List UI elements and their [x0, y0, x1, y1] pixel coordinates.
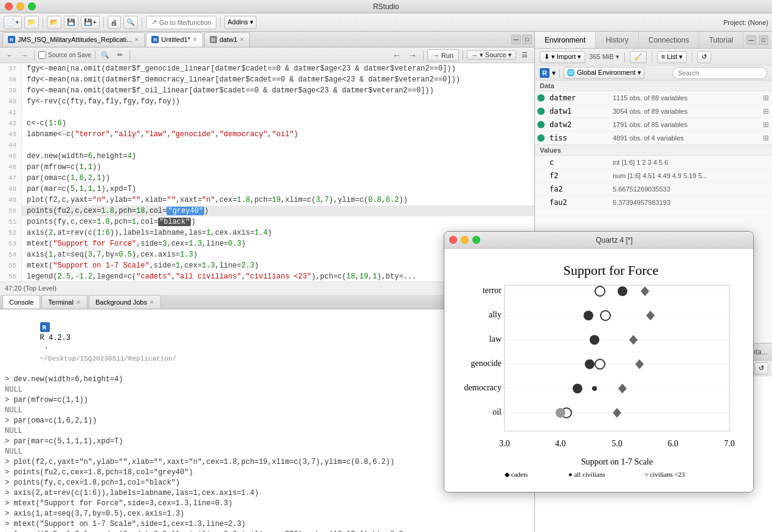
save-btn[interactable]: 💾 [64, 16, 78, 29]
env-sep-1 [624, 52, 625, 62]
broom-btn[interactable]: 🧹 [630, 51, 647, 63]
open-btn[interactable]: 📂 [47, 16, 61, 29]
env-item-datw1[interactable]: datw1 3054 obs. of 89 variables ⊞ [535, 105, 772, 118]
source-label: ▾ Source ▾ [480, 51, 512, 59]
x-tick-7: 7.0 [724, 439, 735, 448]
print-btn[interactable]: 🖨 [108, 16, 121, 29]
go-to-file-btn[interactable]: ↗ Go to file/function [146, 16, 217, 29]
datw2-name: datw2 [547, 120, 608, 129]
background-jobs-label: Background Jobs [95, 299, 147, 306]
editor-toolbar: ← → Source on Save 🔍 ✏ ← → → Run → ▾ Sou… [0, 47, 534, 63]
plot-min-btn[interactable] [461, 236, 469, 244]
tab-close-2[interactable]: ✕ [240, 36, 244, 43]
refresh-files-btn[interactable]: ↺ [754, 362, 768, 375]
env-item-tiss[interactable]: tiss 4891 obs. of 4 variables ⊞ [535, 131, 772, 145]
datw1-grid-btn[interactable]: ⊞ [760, 107, 772, 116]
sep-2 [95, 50, 95, 60]
data-section-title: Data [535, 80, 772, 91]
r-version-text: R 4.2.3 [40, 334, 71, 342]
plot-close-btn[interactable] [449, 236, 457, 244]
r-toolbar: R ▾ 🌐 Global Environment ▾ [535, 66, 772, 80]
r-dropdown-arrow[interactable]: ▾ [552, 69, 556, 77]
env-search-input[interactable] [672, 67, 767, 79]
env-tab-connections[interactable]: Connections [639, 32, 700, 48]
datmer-name: datmer [547, 94, 608, 102]
tab-shrink-btn[interactable]: — [511, 35, 521, 44]
tiss-value: 4891 obs. of 4 variables [608, 134, 760, 142]
save-all-btn[interactable]: 💾+ [81, 16, 99, 29]
search-btn[interactable]: 🔍 [99, 49, 111, 61]
toolbar-sep-4 [220, 17, 221, 28]
app-title: RStudio [373, 2, 399, 11]
maximize-button[interactable] [28, 2, 36, 10]
env-item-fa2[interactable]: fa2 5.66751269035533 [535, 182, 772, 196]
env-tab-environment[interactable]: Environment [535, 32, 596, 48]
new-project-btn[interactable]: 📁 [24, 16, 39, 29]
plot-traffic-lights[interactable] [449, 236, 480, 244]
next-btn[interactable]: → [406, 49, 419, 61]
settings-btn[interactable]: ☰ [519, 49, 531, 61]
addins-btn[interactable]: Addins ▾ [224, 16, 257, 29]
datmer-icon [537, 94, 545, 102]
env-item-datw2[interactable]: datw2 1791 obs. of 85 variables ⊞ [535, 118, 772, 131]
redo-btn[interactable]: → [18, 49, 30, 61]
terminal-tab-close[interactable]: ✕ [76, 299, 81, 305]
editor-tab-0[interactable]: R JMS_ISQ_MilitaryAttitudes_Replicati...… [2, 32, 145, 47]
run-btn[interactable]: → Run [427, 49, 459, 61]
minimize-button[interactable] [16, 2, 24, 10]
global-env-dropdown[interactable]: 🌐 Global Environment ▾ [563, 67, 644, 79]
tab-close-0[interactable]: ✕ [134, 36, 139, 43]
tiss-name: tiss [547, 134, 608, 142]
plot-window: Quartz 4 [*] Support for Force oil democ… [444, 231, 754, 492]
import-btn[interactable]: ⬇ ▾ Import ▾ [540, 51, 585, 63]
tab-expand-btn[interactable]: □ [522, 35, 532, 44]
env-item-c[interactable]: c int [1:6] 1 2 3 4 5 6 [535, 156, 772, 169]
editor-tab-2[interactable]: D datw1 ✕ [204, 32, 250, 47]
tab-close-1[interactable]: ✕ [193, 36, 198, 43]
x-tick-6: 6.0 [667, 439, 678, 448]
tiss-grid-btn[interactable]: ⊞ [760, 134, 772, 142]
terminal-tab[interactable]: Terminal ✕ [41, 295, 88, 308]
env-item-fau2[interactable]: fau2 6.37394957983193 [535, 196, 772, 209]
import-icon: ⬇ [544, 53, 550, 61]
datw2-grid-btn[interactable]: ⊞ [760, 120, 772, 129]
new-file-btn[interactable]: 📄+ [4, 16, 22, 29]
background-jobs-tab[interactable]: Background Jobs ✕ [89, 295, 161, 308]
find-btn[interactable]: 🔍 [123, 16, 138, 29]
env-item-f2[interactable]: f2 num [1:6] 4.51 4.49 4.9 5.19 5... [535, 169, 772, 182]
prev-btn[interactable]: ← [390, 49, 404, 61]
console-line-14: > mtext("Support on 1-7 Scale",side=1,ce… [5, 519, 529, 530]
console-tab[interactable]: Console [2, 295, 40, 308]
close-button[interactable] [5, 2, 13, 10]
env-size[interactable]: 365 MiB ▾ [589, 53, 619, 61]
env-tab-history[interactable]: History [596, 32, 638, 48]
list-btn[interactable]: ≡ List ▾ [657, 51, 688, 63]
background-jobs-close[interactable]: ✕ [150, 299, 154, 305]
legend-label-cadets: ◆ cadets [505, 471, 528, 478]
console-line-12: > mtext("Support for Force",side=3,cex=1… [5, 499, 529, 509]
datmer-grid-btn[interactable]: ⊞ [760, 94, 772, 102]
source-on-save-checkbox[interactable] [38, 51, 46, 59]
tab-end-buttons: — □ [511, 35, 532, 44]
env-shrink-btn[interactable]: — [746, 35, 756, 45]
source-btn[interactable]: → ▾ Source ▾ [467, 50, 516, 60]
legend-label-allciv: ● all civilians [568, 471, 605, 478]
refresh-btn[interactable]: ↺ [697, 51, 711, 63]
c-value: int [1:6] 1 2 3 4 5 6 [608, 159, 772, 166]
editor-tab-1[interactable]: R Untitled1* ✕ [146, 32, 203, 47]
undo-btn[interactable]: ← [4, 49, 16, 61]
format-btn[interactable]: ✏ [114, 49, 126, 61]
env-item-datmer[interactable]: datmer 1115 obs. of 88 variables ⊞ [535, 91, 772, 105]
f2-name: f2 [547, 171, 608, 180]
sep-4 [423, 50, 424, 60]
env-expand-btn[interactable]: □ [759, 35, 768, 45]
connections-tab-label: Connections [649, 36, 689, 44]
cursor-position: 47:20 (Top Level) [5, 285, 57, 292]
env-tab-tutorial[interactable]: Tutorial [699, 32, 743, 48]
tab-label-0: JMS_ISQ_MilitaryAttitudes_Replicati... [18, 36, 132, 43]
code-line-37: 37 fgy<-mean(na.omit(datmer$f_genocide_l… [0, 63, 534, 74]
plot-max-btn[interactable] [472, 236, 480, 244]
traffic-lights[interactable] [5, 2, 36, 10]
code-line-46: 46 par(mfrow=c(1,1)) [0, 162, 534, 173]
fau2-value: 6.37394957983193 [608, 199, 772, 206]
